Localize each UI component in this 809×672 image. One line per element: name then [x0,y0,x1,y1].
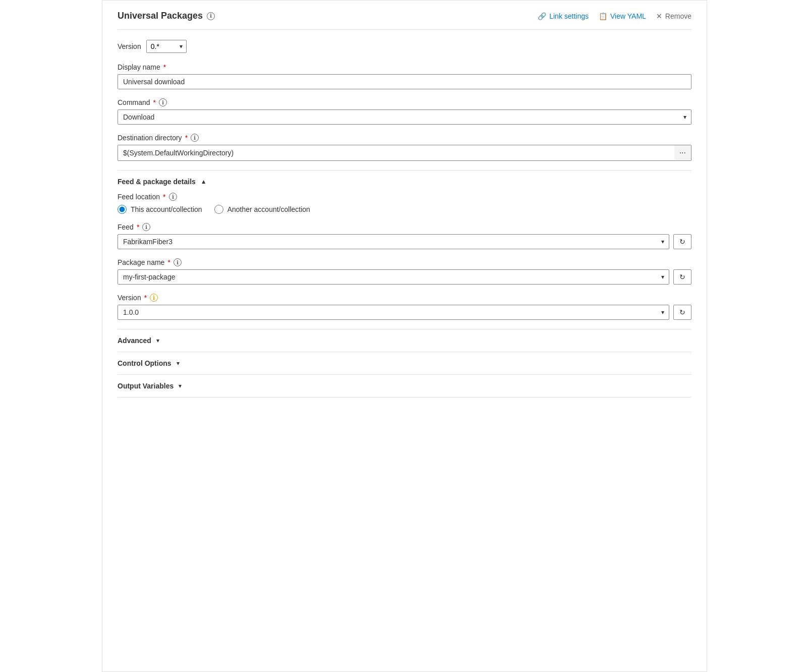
destination-directory-ellipsis-button[interactable]: ··· [674,145,691,161]
version-select[interactable]: 0.* 1.* 2.* [146,40,187,53]
feed-info-icon[interactable]: ℹ [142,223,150,231]
feed-refresh-icon: ↻ [679,238,685,246]
feed-location-label: Feed location * ℹ [118,193,691,201]
feed-package-section-title: Feed & package details [118,178,196,186]
version-field-group: Version * ℹ 1.0.0 ▾ ↻ [118,294,691,320]
feed-location-group: Feed location * ℹ This account/collectio… [118,193,691,214]
display-name-group: Display name * [118,63,691,89]
advanced-section-header[interactable]: Advanced ▾ [118,329,691,352]
package-name-group: Package name * ℹ my-first-package ▾ ↻ [118,258,691,285]
feed-label: Feed * ℹ [118,223,691,231]
link-settings-button[interactable]: 🔗 Link settings [538,12,589,20]
destination-directory-label: Destination directory * ℹ [118,134,691,142]
version-select-wrapper: 0.* 1.* 2.* ▾ [146,40,187,53]
feed-location-this-label: This account/collection [131,205,202,213]
command-label: Command * ℹ [118,98,691,106]
header-actions: 🔗 Link settings 📋 View YAML ✕ Remove [538,12,691,20]
package-name-info-icon[interactable]: ℹ [174,258,182,266]
version-select-group: 1.0.0 ▾ ↻ [118,305,691,320]
version-field-select[interactable]: 1.0.0 [118,305,669,320]
package-name-select-wrapper: my-first-package ▾ [118,269,669,285]
yaml-icon: 📋 [599,12,607,20]
version-field-refresh-icon: ↻ [679,308,685,316]
feed-required: * [137,223,139,231]
command-group: Command * ℹ Download Publish ▾ [118,98,691,125]
display-name-required: * [163,63,166,71]
display-name-label: Display name * [118,63,691,71]
display-name-input[interactable] [118,74,691,89]
header-left: Universal Packages ℹ [118,11,215,21]
panel-title: Universal Packages [118,11,203,21]
output-variables-section-header[interactable]: Output Variables ▾ [118,374,691,398]
command-info-icon[interactable]: ℹ [159,98,167,106]
version-field-refresh-button[interactable]: ↻ [673,305,691,320]
package-name-select-group: my-first-package ▾ ↻ [118,269,691,285]
output-variables-section-chevron-icon: ▾ [179,382,182,389]
command-select[interactable]: Download Publish [118,109,691,125]
version-field-label: Version * ℹ [118,294,691,302]
feed-location-this-option[interactable]: This account/collection [118,205,202,214]
feed-location-another-radio[interactable] [214,205,223,214]
version-field-required: * [144,294,147,302]
destination-directory-info-icon[interactable]: ℹ [191,134,199,142]
version-field-select-wrapper: 1.0.0 ▾ [118,305,669,320]
advanced-section-title: Advanced [118,337,151,345]
feed-package-section-header[interactable]: Feed & package details ▲ [118,170,691,193]
advanced-section-chevron-icon: ▾ [156,337,159,344]
package-name-refresh-button[interactable]: ↻ [673,269,691,285]
version-field-info-icon[interactable]: ℹ [150,294,158,302]
feed-select-group: FabrikamFiber3 ▾ ↻ [118,234,691,249]
ellipsis-icon: ··· [679,148,686,157]
destination-directory-required: * [185,134,188,142]
remove-button[interactable]: ✕ Remove [656,12,691,20]
package-name-required: * [167,258,170,266]
package-name-select[interactable]: my-first-package [118,269,669,285]
feed-location-this-radio[interactable] [118,205,127,214]
feed-location-info-icon[interactable]: ℹ [169,193,177,201]
feed-location-required: * [163,193,165,201]
panel-header: Universal Packages ℹ 🔗 Link settings 📋 V… [118,11,691,30]
destination-directory-group: Destination directory * ℹ ··· [118,134,691,161]
destination-directory-input[interactable] [118,145,674,161]
header-info-icon[interactable]: ℹ [207,12,215,20]
control-options-section-header[interactable]: Control Options ▾ [118,352,691,374]
link-icon: 🔗 [538,12,546,20]
command-select-wrapper: Download Publish ▾ [118,109,691,125]
version-row-label: Version [118,42,141,50]
feed-package-section-chevron-icon: ▲ [201,178,207,185]
feed-refresh-button[interactable]: ↻ [673,234,691,249]
form-section: Version 0.* 1.* 2.* ▾ Display name * Com… [118,30,691,408]
version-row: Version 0.* 1.* 2.* ▾ [118,40,691,53]
view-yaml-button[interactable]: 📋 View YAML [599,12,646,20]
feed-select[interactable]: FabrikamFiber3 [118,234,669,249]
control-options-section-title: Control Options [118,359,171,367]
feed-group: Feed * ℹ FabrikamFiber3 ▾ ↻ [118,223,691,249]
feed-location-another-label: Another account/collection [227,205,310,213]
feed-location-radio-group: This account/collection Another account/… [118,205,691,214]
feed-location-another-option[interactable]: Another account/collection [214,205,310,214]
command-required: * [153,98,156,106]
package-name-refresh-icon: ↻ [679,273,685,281]
output-variables-section-title: Output Variables [118,382,174,390]
close-icon: ✕ [656,12,662,20]
destination-directory-input-group: ··· [118,145,691,161]
control-options-section-chevron-icon: ▾ [177,360,180,367]
package-name-label: Package name * ℹ [118,258,691,266]
feed-select-wrapper: FabrikamFiber3 ▾ [118,234,669,249]
